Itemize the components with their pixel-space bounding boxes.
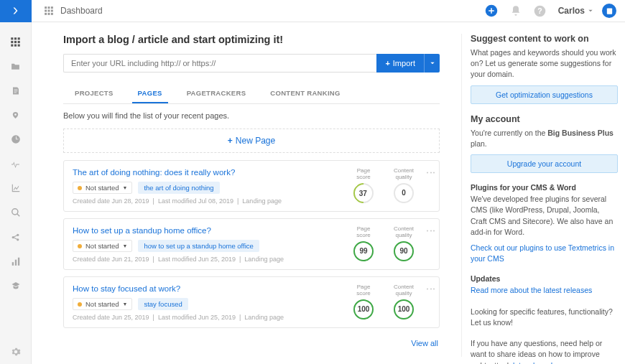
grid-icon — [10, 37, 21, 47]
status-chip[interactable]: Not started▼ — [73, 182, 132, 194]
new-page-button[interactable]: +New Page — [63, 129, 440, 153]
page-title-link[interactable]: The art of doing nothing: does it really… — [73, 168, 235, 177]
svg-rect-29 — [14, 260, 16, 266]
sidebar-pages[interactable] — [5, 80, 27, 101]
tabs: PROJECTS PAGES PAGETRACKERS CONTENT RANK… — [63, 84, 440, 104]
card-menu[interactable]: ⋮ — [430, 226, 433, 235]
svg-rect-19 — [11, 44, 13, 46]
page-card: How to set up a standup home office? Not… — [63, 218, 440, 270]
note-icon — [606, 7, 614, 15]
app-logo[interactable] — [0, 0, 32, 22]
svg-rect-1 — [48, 6, 50, 9]
account-heading: My account — [471, 114, 618, 124]
help-icon: ? — [534, 5, 546, 17]
sidebar-health[interactable] — [5, 154, 27, 174]
suggest-heading: Suggest content to work on — [471, 34, 618, 44]
status-chip[interactable]: Not started▼ — [73, 298, 132, 310]
import-button[interactable]: +Import — [376, 54, 424, 73]
sidebar-dashboard[interactable] — [5, 32, 27, 52]
sidebar — [0, 22, 32, 364]
notifications-button[interactable] — [509, 4, 522, 17]
svg-rect-21 — [18, 44, 20, 46]
quality-score: 90 — [394, 241, 414, 261]
sidebar-education[interactable] — [5, 276, 27, 296]
svg-point-22 — [14, 113, 17, 116]
contact-text: If you have any questions, need help or … — [471, 338, 618, 364]
svg-rect-2 — [51, 6, 53, 9]
svg-text:?: ? — [537, 6, 542, 15]
account-text: You're currently on the Big Business Plu… — [471, 128, 618, 149]
plugins-heading: Plugins for your CMS & Word — [471, 183, 618, 192]
import-dropdown[interactable] — [424, 54, 440, 73]
svg-point-24 — [11, 209, 17, 215]
updates-heading: Updates — [471, 274, 618, 283]
folder-icon — [10, 62, 21, 71]
svg-rect-16 — [11, 40, 13, 42]
sidebar-time[interactable] — [5, 129, 27, 149]
tab-pagetrackers[interactable]: PAGETRACKERS — [181, 84, 252, 103]
sidebar-stats[interactable] — [5, 251, 27, 271]
avatar[interactable] — [602, 4, 616, 18]
add-button[interactable] — [485, 4, 498, 17]
page-title-link[interactable]: How to set up a standup home office? — [73, 226, 211, 235]
sidebar-search[interactable] — [5, 202, 27, 223]
bell-icon — [510, 5, 522, 17]
svg-rect-14 — [14, 37, 17, 39]
page-score: 99 — [353, 241, 374, 261]
svg-rect-30 — [17, 258, 19, 266]
user-menu[interactable]: Carlos — [558, 6, 593, 16]
svg-rect-13 — [11, 37, 13, 39]
page-title: Dashboard — [60, 6, 103, 16]
page-icon — [11, 85, 20, 96]
heartbeat-icon — [10, 159, 21, 169]
svg-rect-17 — [14, 40, 17, 42]
keyword-chip: stay focused — [138, 298, 188, 310]
svg-rect-0 — [45, 6, 47, 9]
page-card: The art of doing nothing: does it really… — [63, 160, 440, 212]
svg-rect-18 — [18, 40, 20, 42]
sidebar-location[interactable] — [5, 105, 27, 125]
quality-score: 100 — [394, 299, 414, 319]
svg-rect-8 — [51, 13, 53, 15]
status-chip[interactable]: Not started▼ — [73, 240, 132, 252]
svg-rect-12 — [606, 8, 611, 14]
svg-rect-5 — [51, 10, 53, 12]
graduation-icon — [10, 281, 22, 290]
clock-icon — [11, 134, 21, 144]
tab-pages[interactable]: PAGES — [132, 84, 168, 103]
sidebar-projects[interactable] — [5, 56, 27, 76]
plugins-link[interactable]: Check out our plugins to use Textmetrics… — [471, 243, 614, 263]
plus-circle-icon — [485, 4, 498, 17]
tab-projects[interactable]: PROJECTS — [69, 84, 119, 103]
page-card: How to stay focused at work? Not started… — [63, 276, 440, 328]
bar-chart-icon — [11, 256, 21, 266]
chart-line-icon — [11, 183, 21, 193]
import-heading: Import a blog / article and start optimi… — [63, 34, 440, 45]
view-all-link[interactable]: View all — [63, 335, 440, 352]
page-score: 100 — [353, 299, 374, 319]
sidebar-settings[interactable] — [5, 342, 27, 362]
svg-rect-3 — [45, 10, 47, 12]
url-input[interactable] — [63, 54, 376, 73]
topbar: Dashboard ? Carlos — [0, 0, 625, 22]
card-menu[interactable]: ⋮ — [430, 168, 433, 177]
keyword-chip: how to set up a standup home office — [138, 240, 259, 252]
upgrade-button[interactable]: Upgrade your account — [471, 154, 618, 173]
card-menu[interactable]: ⋮ — [430, 284, 433, 293]
svg-rect-6 — [45, 13, 47, 15]
suggest-text: What pages and keywords should you work … — [471, 47, 618, 80]
svg-rect-15 — [18, 37, 20, 39]
help-button[interactable]: ? — [534, 4, 547, 17]
sidebar-share[interactable] — [5, 227, 27, 247]
apps-menu[interactable] — [42, 4, 56, 18]
updates-link[interactable]: Read more about the latest releases — [471, 286, 592, 294]
logo-icon — [11, 6, 20, 15]
contact-link[interactable]: let us know! — [513, 361, 552, 365]
caret-down-icon — [588, 8, 593, 14]
tab-content-ranking[interactable]: CONTENT RANKING — [264, 84, 346, 103]
subtext: Below you will find the list of your rec… — [63, 111, 440, 120]
page-title-link[interactable]: How to stay focused at work? — [73, 284, 180, 293]
suggestions-button[interactable]: Get optimization suggestions — [471, 85, 618, 104]
sidebar-trends[interactable] — [5, 178, 27, 198]
share-icon — [10, 233, 21, 242]
